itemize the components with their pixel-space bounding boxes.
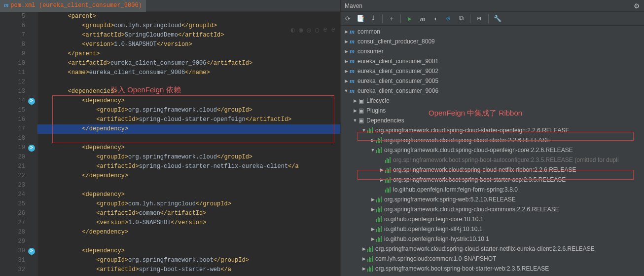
code-line[interactable]: <dependency>: [37, 143, 340, 153]
expand-arrow-icon[interactable]: ▶: [370, 234, 375, 244]
expand-arrow-icon[interactable]: ▶: [344, 37, 349, 46]
toggle-offline-icon[interactable]: ✦: [431, 15, 439, 23]
code-line[interactable]: <version>1.0-SNAPSHOT</version>: [37, 40, 340, 49]
code-line[interactable]: </dependency>: [37, 228, 340, 237]
tree-node[interactable]: ▶mconsumer: [341, 46, 644, 56]
tree-node[interactable]: ▶com.lyh.springcloud:common:1.0-SNAPSHOT: [341, 254, 644, 264]
code-line[interactable]: <artifactId>spring-cloud-starter-openfei…: [37, 115, 340, 124]
wrench-icon[interactable]: 🔧: [494, 15, 501, 23]
tree-node[interactable]: ▼org.springframework.cloud:spring-cloud-…: [341, 125, 644, 135]
tree-node[interactable]: ▶mconsul_client_producer_8009: [341, 37, 644, 46]
code-line[interactable]: <artifactId>spring-boot-starter-web</a: [37, 265, 340, 275]
tree-node[interactable]: ▶org.springframework.boot:spring-boot-st…: [341, 175, 644, 185]
code-line[interactable]: </parent>: [37, 49, 340, 59]
settings-icon[interactable]: ⚙: [634, 2, 640, 10]
tree-node[interactable]: ▶▣Plugins: [341, 106, 644, 116]
firefox-icon[interactable]: ◉: [299, 26, 303, 34]
tree-node[interactable]: ▶org.springframework:spring-web:5.2.10.R…: [341, 195, 644, 204]
expand-arrow-icon[interactable]: ▼: [370, 145, 375, 155]
code-line[interactable]: <dependency>: [37, 246, 340, 256]
run-bean-gutter-icon[interactable]: ⟳: [28, 145, 35, 152]
code-line[interactable]: [37, 78, 340, 87]
tree-node[interactable]: ▼org.springframework.cloud:spring-cloud-…: [341, 145, 644, 155]
tree-node[interactable]: io.github.openfeign:feign-core:10.10.1: [341, 214, 644, 224]
tree-node[interactable]: ▶▣Lifecycle: [341, 96, 644, 106]
node-label: io.github.openfeign:feign-slf4j:10.10.1: [384, 224, 482, 234]
m-icon[interactable]: m: [419, 15, 427, 23]
skip-tests-icon[interactable]: ⊘: [444, 15, 452, 23]
code-line[interactable]: [37, 237, 340, 246]
code-line[interactable]: <parent>: [37, 12, 340, 21]
expand-arrow-icon[interactable]: ▼: [344, 86, 349, 96]
download-icon[interactable]: ⭳: [369, 15, 377, 22]
expand-arrow-icon[interactable]: ▶: [370, 224, 375, 234]
reload-icon[interactable]: ⟳: [344, 15, 352, 23]
add-icon[interactable]: ＋: [388, 14, 395, 23]
code-line[interactable]: </dependency>: [37, 171, 340, 181]
expand-arrow-icon[interactable]: ▶: [370, 195, 375, 204]
tree-node[interactable]: ▶io.github.openfeign:feign-hystrix:10.10…: [341, 234, 644, 244]
expand-arrow-icon[interactable]: ▶: [370, 135, 375, 145]
generate-sources-icon[interactable]: 📑: [357, 15, 364, 23]
code-line[interactable]: <dependency>: [37, 96, 340, 106]
code-line[interactable]: <dependency>: [37, 190, 340, 199]
expand-arrow-icon[interactable]: ▶: [344, 76, 349, 86]
code-line[interactable]: <groupId>org.springframework.cloud</grou…: [37, 153, 340, 162]
code-line[interactable]: <groupId>com.lyh.springcloud</groupId>: [37, 199, 340, 209]
chrome-icon[interactable]: ◐: [290, 26, 294, 34]
tree-node[interactable]: ▶org.springframework.boot:spring-boot-st…: [341, 264, 644, 274]
collapse-all-icon[interactable]: ⊟: [475, 15, 483, 23]
code-line[interactable]: <name>eureka_client_consumer_9006</name>: [37, 68, 340, 78]
code-line[interactable]: <version>1.0-SNAPSHOT</version>: [37, 218, 340, 228]
expand-arrow-icon[interactable]: ▶: [344, 46, 349, 56]
tree-node[interactable]: ▶meureka_client_consumer_9002: [341, 66, 644, 76]
run-icon[interactable]: ▶: [406, 15, 414, 23]
code-line[interactable]: <artifactId>spring-cloud-starter-netflix…: [37, 162, 340, 171]
tree-node[interactable]: ▶mcommon: [341, 27, 644, 37]
tree-node[interactable]: ▼▣Dependencies: [341, 116, 644, 125]
code-area[interactable]: <parent> <groupId>com.lyh.springcloud</g…: [37, 12, 340, 276]
expand-arrow-icon[interactable]: ▶: [344, 27, 349, 37]
code-line[interactable]: [37, 181, 340, 190]
expand-arrow-icon[interactable]: ▶: [361, 264, 366, 274]
node-label: org.springframework.boot:spring-boot-sta…: [375, 264, 549, 274]
expand-arrow-icon[interactable]: ▶: [353, 96, 358, 106]
tree-node[interactable]: ▶org.springframework.cloud:spring-cloud-…: [341, 135, 644, 145]
expand-arrow-icon[interactable]: ▼: [361, 125, 366, 135]
code-line[interactable]: <artifactId>common</artifactId>: [37, 209, 340, 218]
tree-node[interactable]: ▼meureka_client_consumer_9006: [341, 86, 644, 96]
safari-icon[interactable]: ◎: [307, 26, 311, 34]
tree-node[interactable]: ▶org.springframework.cloud:spring-cloud-…: [341, 244, 644, 254]
code-line[interactable]: </dependency>: [37, 124, 340, 134]
expand-arrow-icon[interactable]: ▶: [353, 106, 358, 116]
ie-icon[interactable]: e: [331, 26, 335, 34]
code-line[interactable]: [37, 134, 340, 143]
opera-icon[interactable]: ◯: [315, 26, 319, 34]
tree-node[interactable]: ▶meureka_client_consumer_9001: [341, 56, 644, 66]
code-line[interactable]: <groupId>org.springframework.boot</group…: [37, 256, 340, 265]
expand-arrow-icon[interactable]: ▶: [379, 165, 384, 175]
code-line[interactable]: <artifactId>eureka_client_consumer_9006<…: [37, 59, 340, 68]
code-line[interactable]: <groupId>org.springframework.cloud</grou…: [37, 106, 340, 115]
maven-tree[interactable]: ▶mcommon▶mconsul_client_producer_8009▶mc…: [341, 26, 644, 276]
expand-arrow-icon[interactable]: ▶: [361, 244, 366, 254]
tree-node[interactable]: ▶org.springframework.cloud:spring-cloud-…: [341, 165, 644, 175]
expand-arrow-icon[interactable]: ▶: [344, 66, 349, 76]
code-line[interactable]: <dependencies>: [37, 87, 340, 96]
tree-node[interactable]: io.github.openfeign.form:feign-form-spri…: [341, 185, 644, 195]
editor-tab[interactable]: m pom.xml (eureka_client_consumer_9006): [0, 0, 146, 12]
run-bean-gutter-icon[interactable]: ⟳: [28, 248, 35, 255]
tree-node[interactable]: org.springframework.boot:spring-boot-aut…: [341, 155, 644, 165]
expand-arrow-icon[interactable]: ▶: [361, 254, 366, 264]
expand-arrow-icon[interactable]: ▶: [379, 175, 384, 185]
run-bean-gutter-icon[interactable]: ⟳: [28, 98, 35, 105]
tree-node[interactable]: ▶org.springframework.cloud:spring-cloud-…: [341, 204, 644, 214]
expand-arrow-icon[interactable]: ▼: [353, 116, 358, 125]
edge-icon[interactable]: e: [323, 26, 327, 34]
show-deps-icon[interactable]: ⧉: [457, 15, 465, 22]
code-editor[interactable]: 567891011121314⟳1516171819⟳2021222324252…: [0, 12, 340, 276]
expand-arrow-icon[interactable]: ▶: [344, 56, 349, 66]
expand-arrow-icon[interactable]: ▶: [370, 204, 375, 214]
tree-node[interactable]: ▶io.github.openfeign:feign-slf4j:10.10.1: [341, 224, 644, 234]
tree-node[interactable]: ▶meureka_client_consumer_9005: [341, 76, 644, 86]
